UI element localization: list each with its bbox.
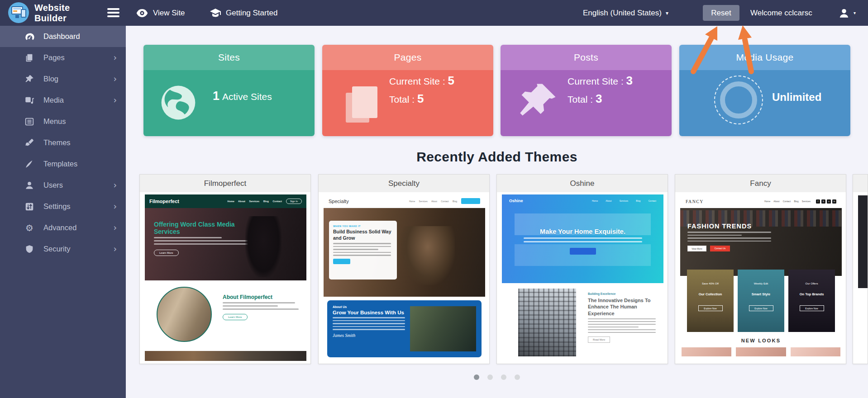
chevron-down-icon: ▾ bbox=[854, 10, 856, 15]
theme-card-partial[interactable] bbox=[853, 174, 868, 364]
theme-card-oshine[interactable]: Oshine Oshine Home About Services Blog C… bbox=[496, 174, 668, 364]
promo-top-text: Save 40% Off bbox=[687, 282, 734, 285]
sidebar-item-label: Menus bbox=[43, 117, 66, 126]
sidebar-item-security[interactable]: Security › bbox=[0, 238, 126, 260]
pagination-dot-4[interactable] bbox=[515, 374, 520, 380]
sidebar-item-settings[interactable]: Settings › bbox=[0, 196, 126, 217]
thumb-nav-links: Home About Services Blog Contact bbox=[227, 200, 281, 203]
thumb-promo-card: Weekly Edit Smart Style Explore Now bbox=[738, 270, 784, 332]
thumb-brand: FANCY bbox=[686, 199, 704, 204]
sidebar-item-themes[interactable]: Themes bbox=[0, 132, 126, 153]
user-menu[interactable]: ▾ bbox=[838, 0, 856, 26]
chevron-right-icon: › bbox=[113, 245, 117, 253]
theme-name: Specialty bbox=[319, 175, 489, 192]
sidebar-item-label: Blog bbox=[43, 75, 58, 83]
thumb-hero-title: Offering Word Class Media Services bbox=[154, 221, 260, 235]
thumb-brand: Oshine bbox=[509, 199, 523, 203]
stat-card-title: Sites bbox=[143, 45, 315, 70]
menu-list-icon bbox=[24, 117, 35, 127]
dashboard-gauge-icon bbox=[24, 32, 35, 42]
getting-started-label: Getting Started bbox=[226, 9, 277, 18]
theme-name: Fancy bbox=[675, 175, 846, 192]
promo-main-text: Smart Style bbox=[738, 292, 784, 296]
sidebar-item-pages[interactable]: Pages › bbox=[0, 47, 126, 68]
thumb-view-more-button: View More bbox=[687, 246, 706, 251]
thumb-figure bbox=[401, 226, 455, 285]
thumb-nav-links: Home About Services Blog Contact bbox=[592, 199, 656, 202]
stat-card-sites: Sites 1Active Sites bbox=[143, 45, 315, 136]
sidebar-item-media[interactable]: Media › bbox=[0, 90, 126, 111]
pushpin-icon bbox=[24, 74, 35, 84]
thumb-photo-strips bbox=[680, 347, 842, 356]
posts-summary: Current Site : 3 Total : 3 bbox=[568, 74, 633, 110]
user-icon bbox=[838, 7, 850, 19]
sidebar-item-templates[interactable]: Templates bbox=[0, 153, 126, 175]
app-logo-icon bbox=[8, 2, 29, 23]
sidebar-item-blog[interactable]: Blog › bbox=[0, 68, 126, 90]
pen-icon bbox=[24, 159, 35, 169]
thumb-promo-row: Save 40% Off Our Collection Explore Now … bbox=[680, 270, 842, 332]
thumb-social-icons: f b o in bbox=[816, 199, 836, 204]
sidebar-item-advanced[interactable]: ⚙ Advanced › bbox=[0, 217, 126, 238]
app-title: Website Builder bbox=[34, 3, 70, 24]
sidebar-item-label: Settings bbox=[43, 202, 71, 211]
promo-top-text: Our Offers bbox=[788, 282, 835, 285]
sites-count: 1 bbox=[213, 89, 219, 103]
posts-total-value: 3 bbox=[596, 92, 602, 105]
sidebar-item-users[interactable]: Users › bbox=[0, 175, 126, 196]
pushpin-icon bbox=[515, 79, 560, 126]
theme-card-specialty[interactable]: Specialty Specialty Home Services About … bbox=[318, 174, 490, 364]
graduation-cap-icon bbox=[210, 8, 221, 18]
view-site-label: View Site bbox=[153, 9, 185, 18]
pagination-dot-2[interactable] bbox=[487, 374, 493, 380]
pages-total-label: Total : bbox=[389, 94, 415, 104]
thumb-photo-strip bbox=[145, 351, 306, 361]
pages-current-value: 5 bbox=[448, 74, 454, 87]
reset-button[interactable]: Reset bbox=[703, 5, 739, 21]
thumb-tagline: WHEN YOU MAKE IT bbox=[333, 225, 393, 227]
chevron-right-icon: › bbox=[113, 223, 117, 232]
thumb-cta-button bbox=[461, 198, 480, 204]
sidebar-item-label: Advanced bbox=[43, 223, 76, 232]
promo-top-text: Weekly Edit bbox=[738, 282, 784, 285]
getting-started-button[interactable]: Getting Started bbox=[210, 0, 277, 26]
promo-main-text: On Top Brands bbox=[788, 292, 835, 296]
user-icon bbox=[24, 180, 35, 190]
pagination-dot-1[interactable] bbox=[474, 374, 479, 380]
stat-card-title: Pages bbox=[322, 45, 493, 70]
facebook-icon: f bbox=[816, 199, 820, 204]
posts-total-label: Total : bbox=[568, 94, 593, 104]
theme-thumbnail-specialty: Specialty Home Services About Contact Bl… bbox=[324, 194, 485, 361]
thumb-cta-button bbox=[333, 259, 350, 264]
pagination-dot-3[interactable] bbox=[501, 374, 506, 380]
chevron-down-icon: ▾ bbox=[666, 10, 668, 16]
sidebar-item-menus[interactable]: Menus bbox=[0, 111, 126, 132]
stat-card-media-usage: Media Usage Unlimited bbox=[679, 45, 850, 136]
media-usage-value: Unlimited bbox=[772, 91, 821, 104]
thumb-section-block: Building Excellence The Innovative Desig… bbox=[588, 292, 657, 343]
thumb-hero-card: WHEN YOU MAKE IT Build Business Solid Wa… bbox=[329, 221, 397, 280]
theme-thumbnail-oshine: Oshine Home About Services Blog Contact … bbox=[502, 194, 663, 361]
promo-main-text: Our Collection bbox=[687, 292, 734, 296]
thumb-promo-card: Save 40% Off Our Collection Explore Now bbox=[687, 270, 734, 332]
thumb-learn-more-button: Learn More bbox=[223, 314, 248, 320]
thumb-new-looks-title: NEW LOOKS bbox=[680, 338, 842, 343]
pages-stack-icon bbox=[346, 83, 389, 126]
thumb-contact-us-button: Contact Us bbox=[710, 246, 730, 251]
theme-name: Oshine bbox=[497, 175, 668, 192]
view-site-button[interactable]: View Site bbox=[136, 0, 185, 26]
theme-thumbnail-filmoperfect: Filmoperfect Home About Services Blog Co… bbox=[145, 194, 306, 361]
theme-thumbnail-fancy: FANCY Home About Contact Blog Services f… bbox=[680, 194, 842, 361]
theme-card-filmoperfect[interactable]: Filmoperfect Filmoperfect Home About Ser… bbox=[139, 174, 311, 364]
thumb-section-title: The Innovative Designs To Enhance The Hu… bbox=[588, 297, 657, 317]
thumb-building-photo bbox=[518, 289, 576, 356]
language-selector[interactable]: English (United States) ▾ bbox=[583, 0, 668, 26]
chevron-right-icon: › bbox=[113, 202, 117, 211]
theme-card-fancy[interactable]: Fancy FANCY Home About Contact Blog Serv… bbox=[675, 174, 846, 364]
sidebar-item-label: Themes bbox=[43, 138, 71, 147]
pages-current-label: Current Site : bbox=[389, 76, 445, 86]
theme-name: Filmoperfect bbox=[140, 175, 310, 192]
hamburger-menu-icon[interactable] bbox=[107, 8, 119, 17]
pages-icon bbox=[24, 53, 35, 63]
sidebar-item-dashboard[interactable]: Dashboard bbox=[0, 26, 126, 47]
